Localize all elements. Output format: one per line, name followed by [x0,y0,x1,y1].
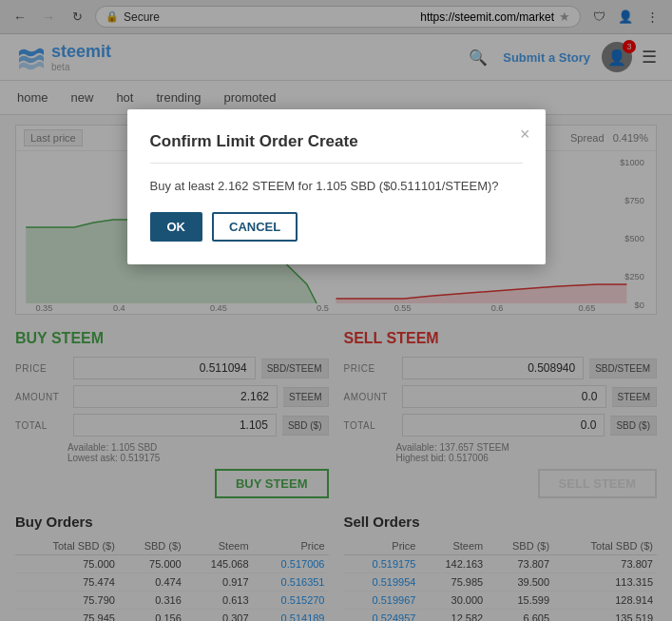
modal-overlay: Confirm Limit Order Create × Buy at leas… [0,0,672,621]
modal-title: Confirm Limit Order Create [150,132,523,151]
modal-box: Confirm Limit Order Create × Buy at leas… [127,109,546,264]
modal-ok-button[interactable]: OK [150,212,203,242]
modal-body: Buy at least 2.162 STEEM for 1.105 SBD (… [150,179,523,193]
modal-cancel-button[interactable]: CANCEL [212,212,298,242]
modal-buttons: OK CANCEL [150,212,523,242]
modal-divider [150,163,523,164]
modal-close-button[interactable]: × [520,125,530,145]
